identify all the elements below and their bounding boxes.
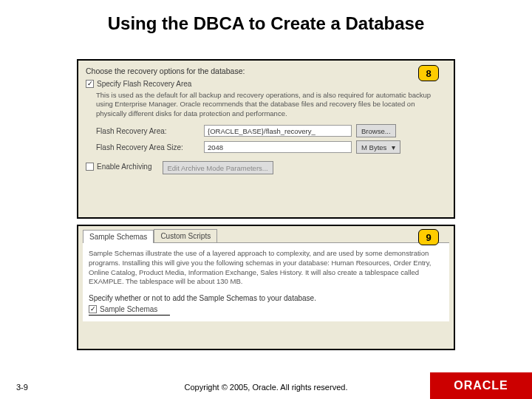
flash-area-input[interactable]: {ORACLE_BASE}/flash_recovery_ (204, 125, 352, 137)
checkbox-checked-icon: ✓ (89, 305, 97, 313)
browse-button[interactable]: Browse... (356, 124, 396, 137)
flash-area-label: Flash Recovery Area: (96, 127, 200, 135)
schemas-desc: Sample Schemas illustrate the use of a l… (89, 249, 443, 287)
callout-9: 9 (418, 229, 439, 245)
checkbox-unchecked-icon: ✓ (86, 163, 94, 171)
sample-schemas-row[interactable]: ✓ Sample Schemas (89, 305, 170, 316)
sample-schemas-label: Sample Schemas (100, 305, 157, 313)
specify-flash-row[interactable]: ✓ Specify Flash Recovery Area (86, 80, 446, 88)
tab-custom-scripts[interactable]: Custom Scripts (154, 229, 217, 242)
tab-sample-schemas[interactable]: Sample Schemas (83, 230, 154, 243)
page-title: Using the DBCA to Create a Database (0, 0, 532, 34)
schemas-panel: Sample Schemas Custom Scripts Sample Sch… (77, 225, 455, 350)
specify-text: Specify whether or not to add the Sample… (89, 294, 443, 302)
oracle-logo: ORACLE (430, 372, 532, 399)
callout-8: 8 (418, 65, 439, 81)
enable-archiving-label: Enable Archiving (97, 163, 152, 171)
flash-size-label: Flash Recovery Area Size: (96, 143, 200, 151)
specify-flash-label: Specify Flash Recovery Area (97, 80, 191, 88)
recovery-prompt: Choose the recovery options for the data… (86, 66, 446, 75)
flash-area-row: Flash Recovery Area: {ORACLE_BASE}/flash… (96, 124, 446, 137)
tab-body: Sample Schemas illustrate the use of a l… (83, 242, 449, 321)
checkbox-checked-icon: ✓ (86, 80, 94, 88)
size-unit-select[interactable]: M Bytes▾ (356, 140, 400, 154)
slide: Using the DBCA to Create a Database Choo… (0, 0, 532, 399)
tabs: Sample Schemas Custom Scripts (78, 226, 454, 242)
footer: 3-9 Copyright © 2005, Oracle. All rights… (0, 372, 532, 399)
recovery-options-panel: Choose the recovery options for the data… (77, 59, 455, 219)
flash-size-row: Flash Recovery Area Size: 2048 M Bytes▾ (96, 140, 446, 154)
edit-archive-button[interactable]: Edit Archive Mode Parameters... (163, 161, 273, 174)
chevron-down-icon: ▾ (392, 143, 395, 151)
flash-desc: This is used as the default for all back… (96, 91, 446, 118)
flash-size-input[interactable]: 2048 (204, 141, 352, 153)
enable-archiving-row[interactable]: ✓ Enable Archiving (86, 163, 152, 171)
